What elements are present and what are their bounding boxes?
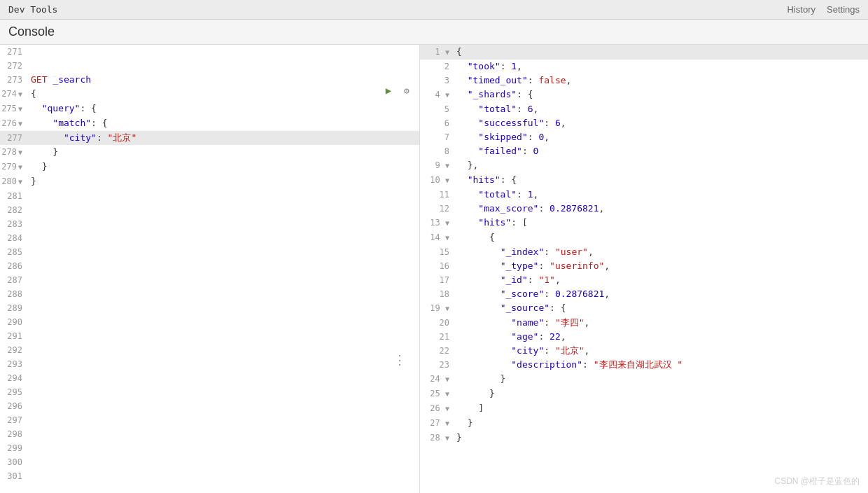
line-number: 13 ▼ (420, 216, 454, 230)
right-code-line: 20 "name": "李四", (420, 316, 868, 330)
line-number: 23 (420, 358, 454, 372)
left-code-line: 289 (0, 301, 419, 315)
line-content: "_source": { (454, 301, 868, 315)
line-number: 22 (420, 344, 454, 358)
right-code-line: 11 "total": 1, (420, 188, 868, 202)
left-code-area[interactable]: 271272273GET _search274▼{275▼ "query": {… (0, 45, 419, 493)
line-number: 296 (0, 399, 28, 413)
right-code-line: 8 "failed": 0 (420, 144, 868, 158)
line-number: 288 (0, 287, 28, 301)
line-content: "skipped": 0, (454, 130, 868, 144)
line-number: 7 (420, 130, 454, 144)
line-content: { (454, 230, 868, 244)
line-number: 27 ▼ (420, 416, 454, 431)
left-code-line: 275▼ "query": { (0, 102, 419, 116)
right-code-line: 23 "description": "李四来自湖北武汉 " (420, 358, 868, 372)
right-panel: 1 ▼{2 "took": 1,3 "timed_out": false,4 ▼… (420, 45, 868, 493)
line-number: 280▼ (0, 174, 28, 189)
line-number: 12 (420, 202, 454, 216)
line-number: 26 ▼ (420, 401, 454, 416)
line-content: GET _search (28, 73, 419, 87)
left-code-line: 298 (0, 427, 419, 441)
right-code-line: 28 ▼} (420, 431, 868, 445)
line-number: 287 (0, 273, 28, 287)
line-number: 282 (0, 203, 28, 217)
line-number: 6 (420, 116, 454, 130)
left-code-line: 292 (0, 343, 419, 357)
left-code-line: 291 (0, 329, 419, 343)
left-code-line: 271 (0, 45, 419, 59)
right-code-line: 24 ▼ } (420, 372, 868, 387)
left-code-line: 296 (0, 399, 419, 413)
left-code-line: 301 (0, 469, 419, 483)
line-number: 285 (0, 245, 28, 259)
line-number: 8 (420, 144, 454, 158)
line-number: 294 (0, 371, 28, 385)
line-number: 25 ▼ (420, 387, 454, 401)
line-content: "_id": "1", (454, 273, 868, 287)
line-content: "total": 6, (454, 102, 868, 116)
line-content: { (454, 45, 868, 59)
line-content: "query": { (28, 102, 419, 116)
line-number: 276▼ (0, 116, 28, 131)
line-number: 271 (0, 45, 28, 59)
line-content: "hits": [ (454, 216, 868, 230)
line-number: 21 (420, 330, 454, 344)
right-code-line: 13 ▼ "hits": [ (420, 216, 868, 230)
line-number: 283 (0, 217, 28, 231)
line-number: 297 (0, 413, 28, 427)
line-number: 1 ▼ (420, 45, 454, 60)
line-content: } (454, 387, 868, 401)
settings-link[interactable]: Settings (827, 4, 860, 15)
line-number: 278▼ (0, 145, 28, 160)
line-content: } (28, 160, 419, 174)
right-code-line: 14 ▼ { (420, 230, 868, 245)
left-code-line: 295 (0, 385, 419, 399)
wrench-button[interactable]: ⚙ (400, 83, 414, 97)
line-number: 284 (0, 231, 28, 245)
line-number: 295 (0, 385, 28, 399)
watermark: CSDN @橙子是蓝色的 (774, 475, 860, 487)
right-code-line: 9 ▼ }, (420, 158, 868, 173)
right-code-line: 26 ▼ ] (420, 401, 868, 416)
right-code-line: 4 ▼ "_shards": { (420, 88, 868, 102)
line-content: "max_score": 0.2876821, (454, 202, 868, 216)
right-code-line: 17 "_id": "1", (420, 273, 868, 287)
line-number: 24 ▼ (420, 372, 454, 387)
line-number: 28 ▼ (420, 431, 454, 445)
line-content: "total": 1, (454, 188, 868, 202)
line-number: 292 (0, 343, 28, 357)
line-number: 14 ▼ (420, 230, 454, 245)
left-code-line: 287 (0, 273, 419, 287)
history-link[interactable]: History (788, 4, 816, 15)
line-content: "successful": 6, (454, 116, 868, 130)
line-number: 301 (0, 469, 28, 483)
left-code-line: 274▼{ (0, 87, 419, 102)
left-code-line: 294 (0, 371, 419, 385)
line-content: "hits": { (454, 173, 868, 187)
topbar: Dev Tools History Settings (0, 0, 868, 20)
console-label: Console (0, 20, 868, 45)
run-button[interactable]: ▶ (382, 83, 396, 97)
right-code-line: 5 "total": 6, (420, 102, 868, 116)
line-number: 291 (0, 329, 28, 343)
line-content: "timed_out": false, (454, 74, 868, 88)
left-code-line: 300 (0, 455, 419, 469)
right-code-line: 6 "successful": 6, (420, 116, 868, 130)
line-number: 298 (0, 427, 28, 441)
line-content: } (454, 416, 868, 430)
right-code-line: 27 ▼ } (420, 416, 868, 431)
more-options[interactable]: ⋮ (393, 352, 407, 367)
right-code-line: 25 ▼ } (420, 387, 868, 401)
line-content: "match": { (28, 116, 419, 130)
line-number: 290 (0, 315, 28, 329)
right-code-line: 12 "max_score": 0.2876821, (420, 202, 868, 216)
line-content: "_score": 0.2876821, (454, 287, 868, 301)
right-code-area[interactable]: 1 ▼{2 "took": 1,3 "timed_out": false,4 ▼… (420, 45, 868, 445)
left-code-line: 282 (0, 203, 419, 217)
left-code-line: 273GET _search (0, 73, 419, 87)
right-code-line: 7 "skipped": 0, (420, 130, 868, 144)
line-content: ] (454, 401, 868, 415)
line-content: "_type": "userinfo", (454, 259, 868, 273)
line-number: 300 (0, 455, 28, 469)
